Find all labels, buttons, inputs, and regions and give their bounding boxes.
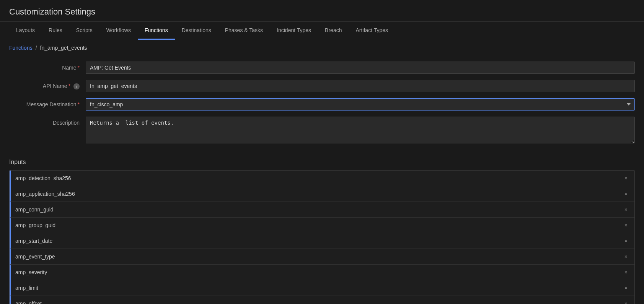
- input-row: amp_start_date×: [10, 233, 634, 249]
- inputs-section: Inputs amp_detection_sha256×amp_applicat…: [0, 159, 644, 304]
- input-name: amp_group_guid: [15, 222, 622, 228]
- input-name: amp_application_sha256: [15, 191, 622, 197]
- breadcrumb: Functions / fn_amp_get_events: [0, 40, 644, 55]
- name-row: Name*: [9, 62, 635, 74]
- name-label: Name*: [9, 62, 86, 71]
- input-remove-button[interactable]: ×: [622, 206, 630, 213]
- form-section: Name* API Name* i Message Destination* f…: [0, 55, 644, 159]
- tab-destinations[interactable]: Destinations: [175, 22, 218, 40]
- tab-artifact-types[interactable]: Artifact Types: [349, 22, 395, 40]
- input-remove-button[interactable]: ×: [622, 174, 630, 182]
- tab-rules[interactable]: Rules: [42, 22, 69, 40]
- breadcrumb-functions-link[interactable]: Functions: [9, 45, 33, 51]
- input-row: amp_detection_sha256×: [10, 171, 634, 186]
- input-row: amp_severity×: [10, 265, 634, 280]
- tab-phases-tasks[interactable]: Phases & Tasks: [218, 22, 270, 40]
- message-destination-select[interactable]: fn_cisco_amp: [86, 98, 635, 111]
- input-name: amp_conn_guid: [15, 206, 622, 213]
- page-header: Customization Settings: [0, 0, 644, 22]
- api-name-row: API Name* i: [9, 80, 635, 92]
- input-remove-button[interactable]: ×: [622, 221, 630, 229]
- input-name: amp_severity: [15, 269, 622, 275]
- input-name: amp_event_type: [15, 254, 622, 260]
- input-row: amp_event_type×: [10, 249, 634, 265]
- api-name-input[interactable]: [86, 80, 635, 92]
- page-title: Customization Settings: [9, 7, 635, 17]
- inputs-table: amp_detection_sha256×amp_application_sha…: [9, 170, 635, 304]
- api-name-info-icon[interactable]: i: [73, 83, 80, 89]
- input-remove-button[interactable]: ×: [622, 237, 630, 245]
- message-destination-label: Message Destination*: [9, 98, 86, 107]
- description-row: Description Returns a list of events.: [9, 117, 635, 143]
- tab-workflows[interactable]: Workflows: [99, 22, 138, 40]
- input-row: amp_conn_guid×: [10, 202, 634, 218]
- tab-incident-types[interactable]: Incident Types: [270, 22, 318, 40]
- description-label: Description: [9, 117, 86, 126]
- name-required: *: [78, 65, 80, 71]
- inputs-title: Inputs: [9, 159, 635, 166]
- input-name: amp_offset: [15, 301, 622, 304]
- description-textarea[interactable]: Returns a list of events.: [86, 117, 635, 143]
- input-name: amp_detection_sha256: [15, 175, 622, 181]
- input-name: amp_limit: [15, 285, 622, 291]
- api-name-required: *: [68, 83, 70, 89]
- tab-breach[interactable]: Breach: [318, 22, 349, 40]
- tabs-bar: LayoutsRulesScriptsWorkflowsFunctionsDes…: [0, 22, 644, 40]
- input-remove-button[interactable]: ×: [622, 268, 630, 276]
- input-remove-button[interactable]: ×: [622, 300, 630, 304]
- input-row: amp_offset×: [10, 296, 634, 304]
- input-name: amp_start_date: [15, 238, 622, 244]
- input-row: amp_group_guid×: [10, 218, 634, 233]
- message-destination-row: Message Destination* fn_cisco_amp: [9, 98, 635, 111]
- input-row: amp_limit×: [10, 280, 634, 296]
- input-remove-button[interactable]: ×: [622, 253, 630, 260]
- tab-functions[interactable]: Functions: [138, 22, 175, 40]
- input-row: amp_application_sha256×: [10, 186, 634, 202]
- name-input[interactable]: [86, 62, 635, 74]
- input-remove-button[interactable]: ×: [622, 190, 630, 198]
- breadcrumb-current: fn_amp_get_events: [40, 45, 87, 51]
- input-remove-button[interactable]: ×: [622, 284, 630, 292]
- api-name-label: API Name* i: [9, 80, 86, 89]
- tab-scripts[interactable]: Scripts: [69, 22, 99, 40]
- breadcrumb-separator: /: [36, 45, 37, 51]
- tab-layouts[interactable]: Layouts: [9, 22, 42, 40]
- msg-dest-required: *: [78, 101, 80, 107]
